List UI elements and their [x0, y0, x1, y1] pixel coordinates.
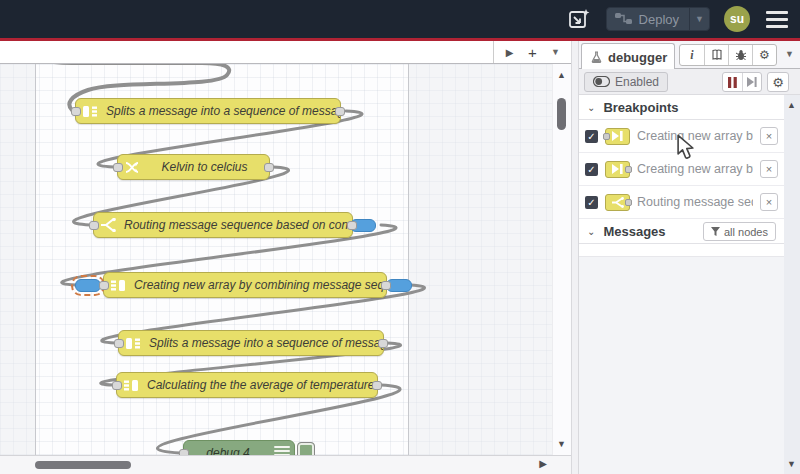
mouse-cursor: [672, 134, 696, 162]
breakpoints-section-header[interactable]: ⌄ Breakpoints: [579, 95, 784, 120]
sidebar-scrollbar[interactable]: ▲ ▼: [784, 95, 800, 474]
header: Deploy ▼ su: [0, 0, 800, 38]
flow-node-split-1[interactable]: Splits a message into a sequence of mess…: [75, 98, 341, 124]
breakpoint-checkbox[interactable]: ✓: [585, 130, 598, 143]
debug-toggle-button[interactable]: [297, 442, 315, 455]
debugger-enabled-toggle[interactable]: Enabled: [584, 72, 668, 92]
section-title: Breakpoints: [603, 100, 678, 115]
node-red-app: Deploy ▼ su ▶ + ▼: [0, 0, 800, 474]
scroll-up-icon[interactable]: ▲: [556, 70, 567, 80]
messages-section-header[interactable]: ⌄ Messages all nodes: [579, 219, 784, 244]
breakpoint-checkbox[interactable]: ✓: [585, 196, 598, 209]
step-button[interactable]: [742, 73, 761, 91]
messages-empty-area: [579, 244, 784, 257]
output-port[interactable]: [381, 281, 391, 290]
debug-messages-tab-icon[interactable]: [728, 45, 752, 65]
help-tab-icon[interactable]: [704, 45, 728, 65]
deploy-icon: [607, 13, 633, 25]
avatar[interactable]: su: [724, 6, 750, 32]
flow-node-join-1[interactable]: Creating new array by combining message …: [103, 272, 387, 298]
canvas-column: ▶ + ▼: [0, 41, 571, 474]
output-port[interactable]: [335, 107, 345, 116]
sidebar-tabs-more-icon[interactable]: ▼: [785, 49, 794, 59]
output-port[interactable]: [378, 339, 388, 348]
breakpoint-label: Routing message sequence based on condit…: [637, 195, 753, 209]
deploy-caret-icon[interactable]: ▼: [689, 8, 709, 30]
add-flow-icon[interactable]: +: [523, 43, 542, 61]
remove-breakpoint-button[interactable]: ×: [760, 127, 778, 145]
debugger-step-controls: [722, 72, 762, 92]
flow-node-debug[interactable]: debug 4: [183, 440, 295, 455]
breakpoint-node-icon: [605, 128, 630, 145]
filter-label: all nodes: [724, 226, 768, 238]
output-port[interactable]: [372, 381, 382, 390]
breakpoint-node-icon: [605, 194, 630, 211]
export-image-icon[interactable]: [566, 6, 592, 32]
collapse-icon: ⌄: [587, 226, 595, 237]
toggle-icon: [593, 76, 610, 87]
node-label: Splits a message into a sequence of mess…: [104, 104, 340, 118]
section-title: Messages: [603, 224, 665, 239]
pause-button[interactable]: [723, 73, 742, 91]
debugger-toolbar: Enabled ⚙: [579, 69, 800, 95]
breakpoint-node-icon: [605, 161, 630, 178]
menu-icon[interactable]: [764, 7, 790, 32]
flow-list-icon[interactable]: ▼: [546, 43, 565, 61]
sidebar-splitter[interactable]: [571, 41, 579, 474]
flow-node-switch[interactable]: Routing message sequence based on condit…: [93, 212, 353, 238]
canvas-hscrollbar[interactable]: ▶: [0, 455, 571, 474]
tab-scroll-right-icon[interactable]: ▶: [500, 43, 519, 61]
sidebar-tab-buttons: i ⚙: [679, 44, 777, 66]
canvas-vscrollbar[interactable]: ▲ ▼: [552, 64, 571, 455]
collapse-icon: ⌄: [587, 102, 595, 113]
node-label: debug 4: [184, 446, 274, 455]
input-port[interactable]: [89, 221, 99, 230]
info-tab-icon[interactable]: i: [680, 45, 704, 65]
input-port[interactable]: [114, 339, 124, 348]
input-port[interactable]: [71, 107, 81, 116]
flow-canvas[interactable]: Splits a message into a sequence of mess…: [0, 64, 571, 455]
breakpoint-row[interactable]: ✓ Routing message sequence based on cond…: [579, 186, 784, 219]
scroll-right-icon[interactable]: ▶: [539, 458, 547, 469]
sidebar-scroll-down-icon[interactable]: ▼: [786, 459, 797, 469]
debugger-settings-button[interactable]: ⚙: [767, 72, 789, 92]
tab-label: debugger: [608, 50, 667, 65]
breakpoint-checkbox[interactable]: ✓: [585, 163, 598, 176]
input-port[interactable]: [99, 281, 109, 290]
remove-breakpoint-button[interactable]: ×: [760, 160, 778, 178]
filter-all-nodes-button[interactable]: all nodes: [703, 222, 776, 241]
remove-breakpoint-button[interactable]: ×: [760, 193, 778, 211]
flow-node-join-2[interactable]: Calculating the the average of temperatu…: [116, 372, 378, 398]
flow-node-change[interactable]: Kelvin to celcius: [117, 154, 270, 180]
output-port-nub: [625, 199, 632, 206]
tab-debugger[interactable]: debugger: [581, 43, 675, 70]
funnel-icon: [711, 227, 720, 236]
output-port[interactable]: [347, 221, 357, 230]
debug-list-icon: [274, 443, 290, 455]
flask-icon: [591, 51, 602, 63]
workspace-tabbar: ▶ + ▼: [0, 41, 571, 64]
output-port-nub: [625, 166, 632, 173]
node-label: Calculating the the average of temperatu…: [145, 378, 377, 392]
flow-node-split-2[interactable]: Splits a message into a sequence of mess…: [118, 330, 384, 356]
enabled-label: Enabled: [615, 75, 659, 89]
sidebar: debugger i ⚙ ▼: [579, 41, 800, 474]
output-port[interactable]: [264, 163, 274, 172]
node-label: Kelvin to celcius: [146, 160, 269, 174]
config-tab-icon[interactable]: ⚙: [752, 45, 776, 65]
breakpoint-label: Creating new array by combining message …: [637, 162, 753, 176]
vscroll-thumb[interactable]: [557, 98, 566, 130]
node-label: Routing message sequence based on condit…: [122, 218, 352, 232]
deploy-label: Deploy: [633, 12, 689, 27]
node-label: Splits a message into a sequence of mess…: [147, 336, 383, 350]
input-port-nub: [603, 133, 610, 140]
hscroll-thumb[interactable]: [35, 461, 131, 469]
scroll-down-icon[interactable]: ▼: [556, 439, 567, 449]
sidebar-scroll-up-icon[interactable]: ▲: [786, 100, 797, 110]
deploy-button[interactable]: Deploy ▼: [606, 7, 710, 31]
breakpoint-marker-input-selected[interactable]: [75, 279, 101, 292]
node-label: Creating new array by combining message …: [132, 278, 386, 292]
input-port[interactable]: [112, 381, 122, 390]
input-port[interactable]: [179, 449, 189, 455]
input-port[interactable]: [113, 163, 123, 172]
